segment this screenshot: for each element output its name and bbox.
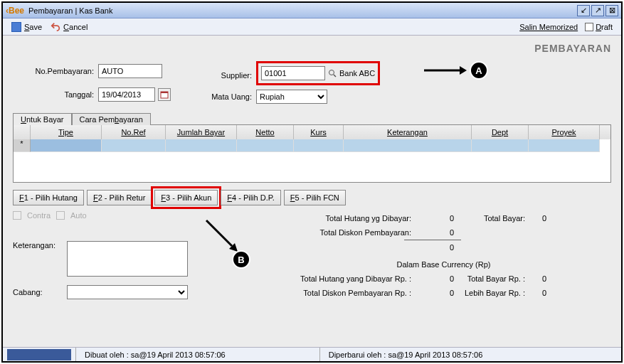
grid-row-new[interactable]: * [14,139,610,152]
callout-a: A [470,61,488,80]
total-bayar-rp-label: Total Bayar Rp. : [461,274,532,283]
save-icon [11,22,21,32]
tanggal-input[interactable] [98,87,155,102]
status-created: Dibuat oleh : sa@19 April 2013 08:57:06 [75,348,234,361]
tab-cara-pembayaran[interactable]: Cara Pembayaran [72,113,151,125]
diskon-rp-label: Total Diskon Pembayaran Rp. : [276,289,418,297]
svg-marker-5 [460,66,467,75]
f1-pilih-hutang-button[interactable]: F1 - Pilih Hutang [13,190,84,205]
status-indicator [7,349,71,360]
f4-pilih-dp-button[interactable]: F4 - Pilih D.P. [221,190,280,205]
hutang-rp-label: Total Hutang yang Dibayar Rp. : [276,274,418,283]
f5-pilih-fcn-button[interactable]: F5 - Pilih FCN [284,190,346,205]
svg-line-3 [334,75,336,77]
total-hutang-dibayar-value: 0 [418,214,461,223]
supplier-label: Supplier: [199,67,256,80]
svg-point-2 [329,70,334,75]
contra-label: Contra [27,211,51,220]
svg-line-6 [206,220,232,246]
keterangan-input[interactable] [67,241,188,277]
cancel-label: ancel [69,23,88,31]
svg-rect-1 [161,92,168,93]
no-pembayaran-label: No.Pembayaran: [13,67,98,75]
grid-header-proyek[interactable]: Proyek [529,125,600,139]
save-button[interactable]: Save [11,22,42,32]
lebih-bayar-label: Lebih Bayar Rp. : [461,289,532,297]
arrow-b [203,218,239,253]
diskon-rp-value: 0 [418,289,461,297]
window-close-icon[interactable]: ⊠ [606,5,618,16]
grid-header-dept[interactable]: Dept [472,125,529,139]
lebih-bayar-value: 0 [532,289,554,297]
grid-header-kurs[interactable]: Kurs [294,125,344,139]
app-logo: ‹Bee [6,6,24,16]
base-currency-title: Dalam Base Currency (Rp) [276,260,611,269]
page-title: PEMBAYARAN [13,43,611,54]
subtotal-value: 0 [418,243,461,252]
window-title: Pembayaran | Kas Bank [28,6,112,15]
grid-header-keterangan[interactable]: Keterangan [344,125,472,139]
auto-checkbox [56,211,65,220]
f3-pilih-akun-button[interactable]: F3 - Pilih Akun [154,190,218,205]
f2-pilih-retur-button[interactable]: F2 - Pilih Retur [87,190,152,205]
draft-label: Draft [596,23,613,31]
total-bayar-label: Total Bayar: [461,214,532,223]
grid-header-netto[interactable]: Netto [237,125,294,139]
matauang-label: Mata Uang: [199,92,256,101]
tab-untuk-bayar[interactable]: Untuk Bayar [13,113,72,125]
total-bayar-rp-value: 0 [532,274,554,283]
arrow-a [424,65,467,76]
supplier-field-highlighted: Bank ABC [256,61,380,85]
grid-header-tipe[interactable]: Tipe [31,125,102,139]
hutang-rp-value: 0 [418,274,461,283]
calendar-icon[interactable] [158,88,171,101]
status-updated: Diperbarui oleh : sa@19 April 2013 08:57… [319,348,492,361]
grid-header-jumlah[interactable]: Jumlah Bayar [166,125,237,139]
window-maximize-icon[interactable]: ↗ [591,5,604,16]
grid-header-noref[interactable]: No.Ref [102,125,166,139]
contra-checkbox [13,211,21,220]
draft-checkbox[interactable] [585,23,593,31]
salin-memorized-link[interactable]: Salin Memorized [519,23,578,31]
matauang-select[interactable]: Rupiah [256,90,327,104]
undo-icon [51,21,60,33]
auto-label: Auto [70,211,87,220]
cancel-button[interactable]: Cancel [51,21,88,33]
callout-b: B [232,250,250,269]
lookup-icon[interactable] [328,69,337,77]
cabang-select[interactable] [67,285,188,299]
tanggal-label: Tanggal: [13,90,98,99]
supplier-name: Bank ABC [339,69,375,77]
total-hutang-dibayar-label: Total Hutang yg Dibayar: [276,214,418,223]
save-label: ave [29,23,42,31]
total-bayar-value: 0 [532,214,554,223]
no-pembayaran-input[interactable] [98,64,162,78]
total-diskon-value: 0 [418,228,461,237]
keterangan-label: Keterangan: [13,241,63,250]
supplier-input[interactable] [261,66,325,80]
window-minimize-icon[interactable]: ↙ [577,5,590,16]
grid-header-blank [14,125,31,139]
total-diskon-label: Total Diskon Pembayaran: [276,228,418,237]
cabang-label: Cabang: [13,288,63,296]
payment-grid[interactable]: Tipe No.Ref Jumlah Bayar Netto Kurs Kete… [13,124,611,183]
